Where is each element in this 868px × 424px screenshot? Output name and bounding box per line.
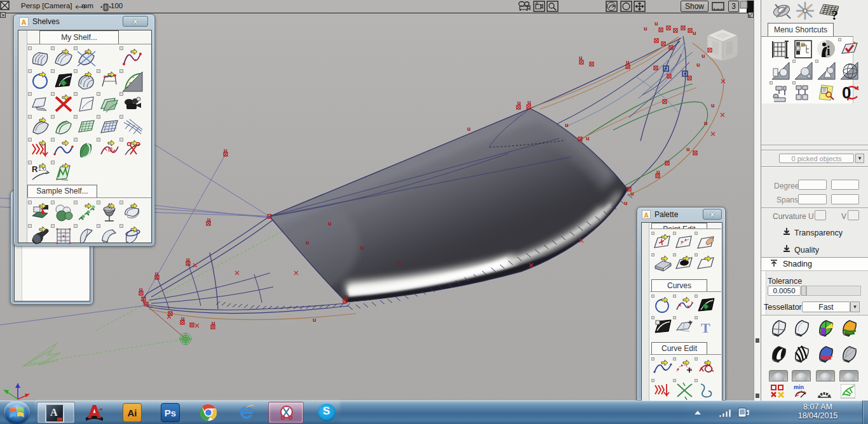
svg-text:u: u xyxy=(345,293,349,300)
svg-text:u: u xyxy=(155,270,159,277)
svg-text:u: u xyxy=(398,259,402,265)
svg-text:u: u xyxy=(207,216,211,223)
svg-text:R: R xyxy=(32,164,38,174)
svg-text:u: u xyxy=(181,315,185,322)
svg-text:u: u xyxy=(630,190,634,197)
svg-text:i: i xyxy=(827,44,831,58)
svg-text:u: u xyxy=(686,146,690,152)
svg-text:u: u xyxy=(328,220,332,227)
svg-text:u: u xyxy=(467,126,471,132)
svg-text:u: u xyxy=(313,317,316,323)
svg-text:u: u xyxy=(517,100,521,106)
svg-text:T: T xyxy=(701,320,710,336)
svg-text:u: u xyxy=(306,239,309,246)
svg-text:?: ? xyxy=(831,7,838,22)
svg-text:u: u xyxy=(644,25,648,32)
svg-text:u: u xyxy=(186,256,190,263)
svg-text:u: u xyxy=(527,99,531,105)
svg-text:u: u xyxy=(711,102,715,109)
svg-text:u: u xyxy=(626,59,630,65)
svg-text:u: u xyxy=(139,286,143,293)
svg-text:u: u xyxy=(579,55,583,61)
svg-text:u: u xyxy=(693,30,696,36)
svg-text:u: u xyxy=(360,244,364,251)
svg-text:u: u xyxy=(704,120,708,126)
svg-text:u: u xyxy=(224,147,227,154)
svg-text:u: u xyxy=(586,135,590,142)
svg-text:u: u xyxy=(696,62,700,68)
svg-text:min: min xyxy=(794,384,804,390)
svg-text:u: u xyxy=(702,53,705,59)
svg-text:0: 0 xyxy=(842,83,851,102)
svg-text:u: u xyxy=(624,200,628,206)
svg-text:u: u xyxy=(654,20,658,27)
svg-text:u: u xyxy=(212,320,215,326)
svg-text:u: u xyxy=(565,122,569,128)
svg-text:u: u xyxy=(656,169,660,175)
